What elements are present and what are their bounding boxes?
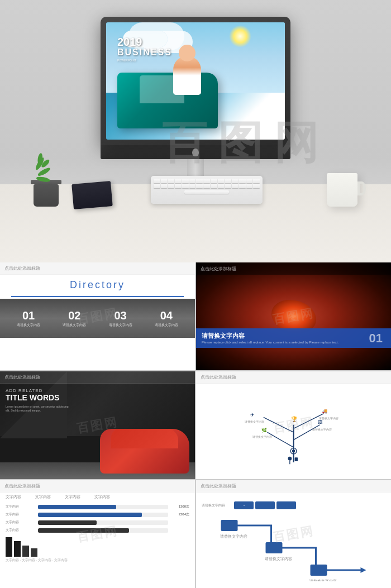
slide-table: 点击此处添加标题 文字内容 文字内容 文字内容 文字内容 文字内容 1308次 …	[0, 480, 195, 588]
screen-sun	[229, 25, 251, 47]
flow-text-1: 请替换文字内容	[202, 503, 232, 508]
table-row-4: 文字内容	[6, 528, 189, 533]
col-label-1: 文字内容	[6, 494, 21, 500]
dir-label-1: 请替换文字内容	[17, 323, 40, 328]
dir-num-2: 02	[68, 310, 80, 321]
table-row-1: 文字内容 1308次	[6, 504, 189, 509]
row1-label: 文字内容	[6, 504, 36, 509]
plant-decoration	[34, 181, 61, 207]
slide-car-title: 点击此处添加标题 请替换文字内容 Please replace click an…	[196, 262, 391, 370]
screen-powerpoint: POWERPOINT	[117, 59, 172, 62]
svg-text:请替换文字内容: 请替换文字内容	[309, 579, 337, 581]
svg-text:请替换文字内容: 请替换文字内容	[312, 428, 332, 431]
row2-bar	[38, 513, 142, 517]
flow-box-2	[255, 501, 275, 509]
row1-bar	[38, 505, 116, 509]
row1-value: 1308次	[170, 504, 189, 509]
slide-flow: 点击此处添加标题 请替换文字内容 →	[196, 480, 391, 588]
dir-label-4: 请替换文字内容	[155, 323, 178, 328]
svg-text:🌿: 🌿	[261, 427, 268, 433]
table-content: 文字内容 文字内容 文字内容 文字内容 文字内容 1308次 文字内容 2284…	[6, 494, 189, 585]
row1-bar-container	[38, 505, 168, 509]
tree-diagram: ✈ 🚚 🌿 🖼 🏆 请替换文字内容 请替换文字内容	[196, 385, 391, 479]
slide6-header-text: 点击此处添加标题	[201, 483, 236, 489]
flow-box-1: →	[234, 501, 254, 509]
svg-line-1	[267, 432, 293, 447]
imac-computer: 2019 BUSINESS POWERPOINT	[101, 17, 290, 183]
row2-label: 文字内容	[6, 512, 36, 517]
svg-text:🚚: 🚚	[322, 408, 328, 414]
screen-year: 2019	[117, 36, 172, 47]
bar-black-1	[6, 537, 12, 557]
directory-blue-line	[11, 296, 184, 297]
black-bars-section: 文字内容 · 文字内容 · 文字内容 · 文字内容	[6, 537, 189, 563]
car-person	[173, 56, 201, 95]
bar-black-4	[31, 548, 37, 557]
svg-marker-19	[361, 567, 366, 573]
imac-chin	[101, 145, 290, 159]
directory-item-3: 03 请替换文字内容	[109, 310, 132, 328]
row3-bar-container	[38, 520, 168, 525]
col-label-3: 文字内容	[65, 494, 80, 500]
racing-body: Lorem ipsum dolor sit amet, consectetur …	[6, 405, 73, 413]
directory-title: Directory	[0, 279, 195, 291]
flow-content: 请替换文字内容 → 请替换文字	[202, 496, 385, 585]
dir-label-2: 请替换文字内容	[63, 323, 86, 328]
slide4-header-text: 点击此处添加标题	[201, 374, 236, 380]
svg-text:请替换文字内容: 请替换文字内容	[265, 557, 292, 561]
slide5-header-bar: 点击此处添加标题	[0, 480, 195, 493]
top-section: 2019 BUSINESS POWERPOINT	[0, 0, 391, 262]
keyboard	[151, 176, 263, 204]
bar-black-2	[14, 541, 21, 557]
dir-num-3: 03	[115, 310, 127, 321]
directory-item-2: 02 请替换文字内容	[63, 310, 86, 328]
slides-grid: 点击此处添加标题 Directory 01 请替换文字内容 02 请替换文字内容…	[0, 262, 391, 588]
row4-bar	[38, 528, 129, 533]
slide4-header-bar: 点击此处添加标题	[196, 371, 391, 384]
svg-line-3	[264, 417, 294, 432]
person-head	[179, 45, 196, 61]
flow-box-text-1: →	[242, 504, 245, 507]
slide2-header-text: 点击此处添加标题	[201, 266, 236, 272]
flow-box-3	[276, 501, 296, 509]
svg-line-2	[294, 425, 320, 440]
svg-rect-14	[295, 457, 298, 461]
screen-business: BUSINESS	[117, 47, 172, 58]
tree-svg: ✈ 🚚 🌿 🖼 🏆 请替换文字内容 请替换文字内容	[216, 395, 371, 470]
mug-handle	[357, 181, 366, 195]
dir-num-1: 01	[22, 310, 35, 321]
dir-label-3: 请替换文字内容	[109, 323, 132, 328]
directory-item-1: 01 请替换文字内容	[17, 310, 40, 328]
directory-item-4: 04 请替换文字内容	[155, 310, 178, 328]
racing-car	[100, 429, 189, 474]
svg-rect-20	[221, 520, 238, 531]
table-row-2: 文字内容 2284次	[6, 512, 189, 517]
screen-text-overlay: 2019 BUSINESS POWERPOINT	[117, 36, 172, 62]
blue-bar-overlay: 请替换文字内容 Please replace click and select …	[196, 328, 391, 348]
notebook	[71, 181, 113, 209]
svg-text:🏆: 🏆	[291, 416, 298, 423]
col-label-2: 文字内容	[35, 494, 51, 500]
flow-diagram: 请替换文字内容 请替换文字内容 请替换文字内容	[202, 514, 385, 585]
col-label-4: 文字内容	[94, 494, 110, 500]
slide2-number: 01	[369, 331, 383, 346]
row3-label: 文字内容	[6, 520, 36, 525]
dir-num-4: 04	[160, 310, 173, 321]
imac-bezel: 2019 BUSINESS POWERPOINT	[101, 17, 290, 145]
row4-label: 文字内容	[6, 528, 36, 533]
slide-icons: 点击此处添加标题 ✈ 🚚 🌿 🖼 �	[196, 371, 391, 479]
svg-rect-22	[311, 565, 327, 576]
keyboard-spacebar	[184, 190, 229, 194]
svg-point-11	[292, 450, 295, 452]
screen-car	[117, 73, 218, 128]
bar-labels: 文字内容 · 文字内容 · 文字内容 · 文字内容	[6, 558, 189, 563]
slide1-header-text: 点击此处添加标题	[4, 265, 40, 271]
slide2-subtitle: Please replace click and select all repl…	[202, 340, 338, 345]
apple-logo-icon	[192, 149, 199, 156]
slide-racing: 点击此处添加标题 ADD RELATED TITLE WORDS Lorem i…	[0, 371, 195, 479]
svg-text:请替换文字内容: 请替换文字内容	[319, 416, 338, 419]
svg-rect-21	[266, 542, 283, 553]
row3-bar	[38, 520, 97, 525]
slide2-title: 请替换文字内容	[202, 332, 338, 340]
slide3-header-bar: 点击此处添加标题	[0, 371, 195, 384]
